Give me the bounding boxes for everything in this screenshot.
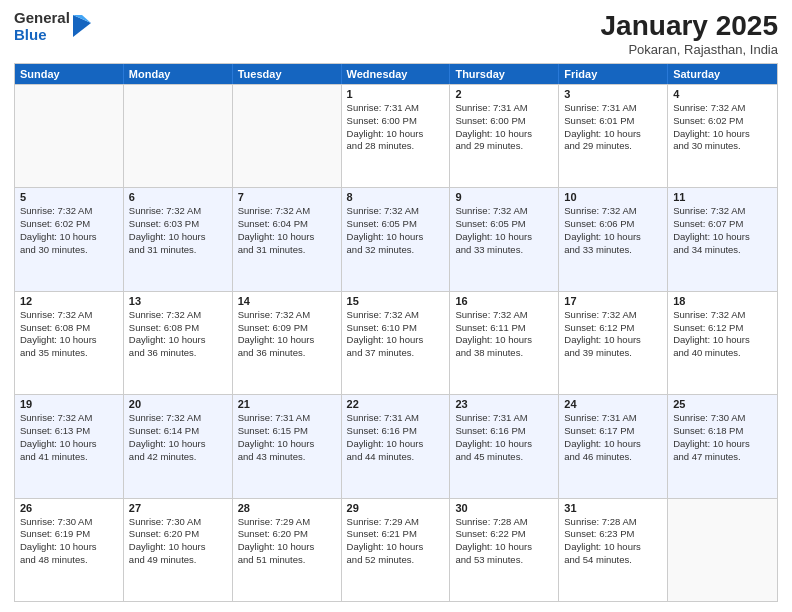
cell-line: and 46 minutes.: [564, 451, 662, 464]
cell-line: Sunset: 6:06 PM: [564, 218, 662, 231]
day-number: 8: [347, 191, 445, 203]
day-number: 21: [238, 398, 336, 410]
cell-line: Sunset: 6:20 PM: [238, 528, 336, 541]
calendar-cell-9: 9Sunrise: 7:32 AMSunset: 6:05 PMDaylight…: [450, 188, 559, 290]
calendar-cell-19: 19Sunrise: 7:32 AMSunset: 6:13 PMDayligh…: [15, 395, 124, 497]
cell-line: Sunset: 6:15 PM: [238, 425, 336, 438]
calendar-row-0: 1Sunrise: 7:31 AMSunset: 6:00 PMDaylight…: [15, 84, 777, 187]
cell-line: and 31 minutes.: [238, 244, 336, 257]
cell-line: Sunset: 6:05 PM: [455, 218, 553, 231]
calendar-cell-24: 24Sunrise: 7:31 AMSunset: 6:17 PMDayligh…: [559, 395, 668, 497]
cell-line: Sunset: 6:16 PM: [347, 425, 445, 438]
cell-line: and 36 minutes.: [238, 347, 336, 360]
day-number: 26: [20, 502, 118, 514]
cell-line: Sunrise: 7:32 AM: [673, 205, 772, 218]
cell-line: Sunrise: 7:32 AM: [20, 205, 118, 218]
cell-line: and 35 minutes.: [20, 347, 118, 360]
cell-line: Sunrise: 7:32 AM: [347, 309, 445, 322]
header: General Blue January 2025 Pokaran, Rajas…: [14, 10, 778, 57]
cell-line: and 38 minutes.: [455, 347, 553, 360]
day-number: 22: [347, 398, 445, 410]
cell-line: Sunset: 6:12 PM: [673, 322, 772, 335]
calendar-cell-13: 13Sunrise: 7:32 AMSunset: 6:08 PMDayligh…: [124, 292, 233, 394]
calendar-cell-26: 26Sunrise: 7:30 AMSunset: 6:19 PMDayligh…: [15, 499, 124, 601]
calendar-cell-18: 18Sunrise: 7:32 AMSunset: 6:12 PMDayligh…: [668, 292, 777, 394]
cell-line: and 49 minutes.: [129, 554, 227, 567]
cell-line: Sunrise: 7:31 AM: [455, 102, 553, 115]
cell-line: Daylight: 10 hours: [564, 128, 662, 141]
calendar-cell-empty-0-2: [233, 85, 342, 187]
day-number: 23: [455, 398, 553, 410]
cell-line: and 28 minutes.: [347, 140, 445, 153]
cell-line: Daylight: 10 hours: [564, 438, 662, 451]
day-number: 6: [129, 191, 227, 203]
cell-line: and 32 minutes.: [347, 244, 445, 257]
cell-line: Daylight: 10 hours: [673, 334, 772, 347]
cell-line: Sunrise: 7:32 AM: [564, 309, 662, 322]
cell-line: Sunset: 6:13 PM: [20, 425, 118, 438]
cell-line: Sunrise: 7:32 AM: [564, 205, 662, 218]
header-cell-friday: Friday: [559, 64, 668, 84]
cell-line: Sunrise: 7:32 AM: [129, 309, 227, 322]
cell-line: Daylight: 10 hours: [20, 231, 118, 244]
header-cell-wednesday: Wednesday: [342, 64, 451, 84]
cell-line: Daylight: 10 hours: [673, 231, 772, 244]
cell-line: Sunset: 6:07 PM: [673, 218, 772, 231]
day-number: 30: [455, 502, 553, 514]
cell-line: Daylight: 10 hours: [238, 438, 336, 451]
calendar-cell-16: 16Sunrise: 7:32 AMSunset: 6:11 PMDayligh…: [450, 292, 559, 394]
cell-line: Sunrise: 7:31 AM: [564, 412, 662, 425]
header-cell-sunday: Sunday: [15, 64, 124, 84]
day-number: 27: [129, 502, 227, 514]
cell-line: Sunrise: 7:32 AM: [455, 309, 553, 322]
logo-general: General: [14, 10, 70, 27]
header-cell-saturday: Saturday: [668, 64, 777, 84]
calendar-row-1: 5Sunrise: 7:32 AMSunset: 6:02 PMDaylight…: [15, 187, 777, 290]
header-cell-tuesday: Tuesday: [233, 64, 342, 84]
cell-line: Daylight: 10 hours: [673, 128, 772, 141]
cell-line: Daylight: 10 hours: [564, 334, 662, 347]
cell-line: and 36 minutes.: [129, 347, 227, 360]
cell-line: and 39 minutes.: [564, 347, 662, 360]
day-number: 9: [455, 191, 553, 203]
cell-line: Daylight: 10 hours: [20, 541, 118, 554]
calendar-row-2: 12Sunrise: 7:32 AMSunset: 6:08 PMDayligh…: [15, 291, 777, 394]
cell-line: Sunrise: 7:30 AM: [673, 412, 772, 425]
calendar-cell-11: 11Sunrise: 7:32 AMSunset: 6:07 PMDayligh…: [668, 188, 777, 290]
cell-line: Sunset: 6:02 PM: [20, 218, 118, 231]
day-number: 19: [20, 398, 118, 410]
calendar-cell-7: 7Sunrise: 7:32 AMSunset: 6:04 PMDaylight…: [233, 188, 342, 290]
calendar-cell-23: 23Sunrise: 7:31 AMSunset: 6:16 PMDayligh…: [450, 395, 559, 497]
cell-line: Sunrise: 7:30 AM: [20, 516, 118, 529]
cell-line: Daylight: 10 hours: [564, 541, 662, 554]
cell-line: Sunset: 6:16 PM: [455, 425, 553, 438]
cell-line: Sunrise: 7:28 AM: [564, 516, 662, 529]
title-block: January 2025 Pokaran, Rajasthan, India: [601, 10, 778, 57]
cell-line: and 52 minutes.: [347, 554, 445, 567]
calendar-cell-28: 28Sunrise: 7:29 AMSunset: 6:20 PMDayligh…: [233, 499, 342, 601]
day-number: 2: [455, 88, 553, 100]
calendar-cell-22: 22Sunrise: 7:31 AMSunset: 6:16 PMDayligh…: [342, 395, 451, 497]
cell-line: Sunrise: 7:32 AM: [673, 102, 772, 115]
cell-line: Sunrise: 7:29 AM: [238, 516, 336, 529]
cell-line: Sunset: 6:04 PM: [238, 218, 336, 231]
cell-line: and 29 minutes.: [564, 140, 662, 153]
calendar-row-4: 26Sunrise: 7:30 AMSunset: 6:19 PMDayligh…: [15, 498, 777, 601]
cell-line: Sunrise: 7:32 AM: [129, 412, 227, 425]
cell-line: Daylight: 10 hours: [347, 334, 445, 347]
calendar-cell-15: 15Sunrise: 7:32 AMSunset: 6:10 PMDayligh…: [342, 292, 451, 394]
day-number: 13: [129, 295, 227, 307]
calendar-cell-25: 25Sunrise: 7:30 AMSunset: 6:18 PMDayligh…: [668, 395, 777, 497]
cell-line: Sunset: 6:22 PM: [455, 528, 553, 541]
calendar-body: 1Sunrise: 7:31 AMSunset: 6:00 PMDaylight…: [15, 84, 777, 601]
cell-line: Daylight: 10 hours: [238, 541, 336, 554]
calendar-cell-6: 6Sunrise: 7:32 AMSunset: 6:03 PMDaylight…: [124, 188, 233, 290]
calendar-cell-2: 2Sunrise: 7:31 AMSunset: 6:00 PMDaylight…: [450, 85, 559, 187]
day-number: 15: [347, 295, 445, 307]
cell-line: Daylight: 10 hours: [347, 231, 445, 244]
cell-line: Sunset: 6:17 PM: [564, 425, 662, 438]
cell-line: Sunset: 6:11 PM: [455, 322, 553, 335]
cell-line: Daylight: 10 hours: [455, 334, 553, 347]
page: General Blue January 2025 Pokaran, Rajas…: [0, 0, 792, 612]
cell-line: Sunset: 6:14 PM: [129, 425, 227, 438]
